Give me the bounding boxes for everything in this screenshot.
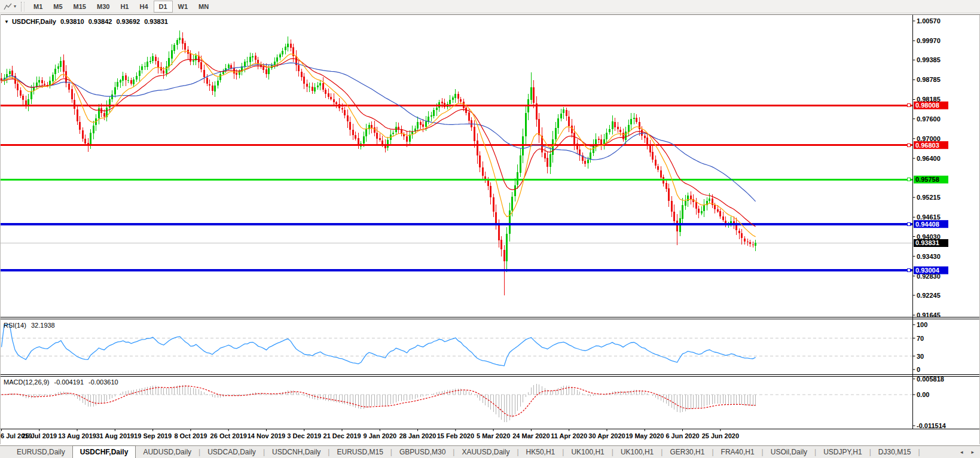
tab-gbpusd-m30[interactable]: GBPUSD,M30	[392, 446, 453, 458]
svg-text:13 Aug 2019: 13 Aug 2019	[58, 432, 96, 439]
tab-usdcad-daily[interactable]: USDCAD,Daily	[200, 446, 263, 458]
svg-text:0.99970: 0.99970	[917, 37, 941, 44]
macd-indicator-label: MACD(12,26,9) -0.004191 -0.003610	[4, 378, 121, 386]
tab-uk100-h1[interactable]: UK100,H1	[564, 446, 611, 458]
svg-text:6 Jun 2020: 6 Jun 2020	[665, 432, 699, 439]
svg-text:25 Jun 2020: 25 Jun 2020	[702, 432, 739, 439]
tab-usoil-daily[interactable]: USOil,Daily	[764, 446, 814, 458]
timeframe-button-h4[interactable]: H4	[134, 1, 153, 13]
timeframe-button-w1[interactable]: W1	[173, 1, 194, 13]
chart-window: 1.005700.999700.993850.987850.981850.976…	[0, 14, 980, 445]
svg-text:0: 0	[917, 366, 920, 373]
svg-text:28 Jan 2020: 28 Jan 2020	[399, 432, 436, 439]
svg-text:0.95215: 0.95215	[917, 194, 941, 201]
svg-text:21 Dec 2019: 21 Dec 2019	[323, 432, 361, 439]
ohlc-open: 0.93810	[60, 18, 84, 25]
svg-text:26 Oct 2019: 26 Oct 2019	[210, 432, 247, 439]
svg-text:0.005818: 0.005818	[917, 375, 944, 383]
svg-text:14 Nov 2019: 14 Nov 2019	[248, 432, 286, 439]
timeframe-button-h1[interactable]: H1	[115, 1, 134, 13]
ohlc-high: 0.93842	[88, 18, 112, 25]
svg-text:0.94408: 0.94408	[915, 221, 939, 228]
svg-text:0.98785: 0.98785	[917, 76, 941, 83]
tab-xauusd-daily[interactable]: XAUUSD,Daily	[454, 446, 517, 458]
tab-fra40-h1[interactable]: FRA40,H1	[714, 446, 762, 458]
tab-divider: |	[918, 446, 920, 458]
svg-text:70: 70	[917, 335, 924, 342]
tab-hk50-h1[interactable]: HK50,H1	[519, 446, 563, 458]
svg-text:24 Mar 2020: 24 Mar 2020	[512, 432, 549, 439]
level-handle[interactable]	[907, 104, 910, 107]
svg-text:0.97600: 0.97600	[917, 115, 941, 123]
symbol-period-label: USDCHF,Daily	[12, 18, 56, 25]
timeframe-button-m15[interactable]: M15	[68, 1, 91, 13]
svg-text:30: 30	[917, 353, 924, 360]
svg-text:0.96803: 0.96803	[915, 142, 939, 149]
svg-text:31 Aug 2019: 31 Aug 2019	[96, 432, 134, 439]
svg-text:0.96400: 0.96400	[917, 155, 941, 162]
svg-text:100: 100	[917, 321, 927, 328]
tab-uk100-h1[interactable]: UK100,H1	[613, 446, 661, 458]
chart-title: ▼ USDCHF,Daily 0.93810 0.93842 0.93692 0…	[4, 18, 172, 25]
timeframe-button-m5[interactable]: M5	[48, 1, 68, 13]
tab-usdcnh-daily[interactable]: USDCNH,Daily	[265, 446, 328, 458]
svg-text:-0.011514: -0.011514	[917, 422, 947, 429]
svg-text:5 Mar 2020: 5 Mar 2020	[477, 432, 510, 439]
level-handle[interactable]	[907, 222, 910, 225]
timeframe-button-mn[interactable]: MN	[193, 1, 214, 13]
timeframe-button-d1[interactable]: D1	[154, 1, 173, 13]
svg-text:11 Apr 2020: 11 Apr 2020	[551, 432, 587, 439]
tab-audusd-daily[interactable]: AUDUSD,Daily	[136, 446, 199, 458]
collapse-triangle-icon[interactable]: ▼	[4, 19, 9, 25]
svg-text:8 Oct 2019: 8 Oct 2019	[174, 432, 207, 439]
level-handle[interactable]	[907, 143, 910, 146]
svg-text:9 Jan 2020: 9 Jan 2020	[363, 432, 396, 439]
svg-text:0.95758: 0.95758	[915, 176, 939, 183]
svg-text:0.93430: 0.93430	[917, 253, 941, 260]
rsi-indicator-label: RSI(14) 32.1938	[4, 322, 58, 329]
svg-text:0.92245: 0.92245	[917, 292, 941, 299]
line-chart-icon	[4, 2, 13, 11]
timeframe-button-m1[interactable]: M1	[28, 1, 48, 13]
macd-name: MACD(12,26,9)	[4, 378, 49, 386]
macd-signal-value: -0.003610	[88, 378, 118, 386]
tab-dj30-m15[interactable]: DJ30,M15	[871, 446, 918, 458]
svg-text:0.93831: 0.93831	[915, 239, 939, 246]
svg-text:0.98008: 0.98008	[915, 102, 939, 109]
tab-ger30-h1[interactable]: GER30,H1	[663, 446, 712, 458]
ohlc-close: 0.93831	[144, 18, 168, 25]
tab-usdchf-daily[interactable]: USDCHF,Daily	[72, 445, 136, 458]
svg-text:0.93004: 0.93004	[915, 267, 940, 274]
chart-tab-bar: EURUSD,DailyUSDCHF,DailyAUDUSD,Daily|USD…	[0, 445, 980, 458]
svg-text:30 Apr 2020: 30 Apr 2020	[588, 432, 625, 439]
tab-eurusd-m15[interactable]: EURUSD,M15	[329, 446, 390, 458]
svg-text:0.99385: 0.99385	[917, 56, 941, 63]
macd-main-value: -0.004191	[54, 378, 84, 386]
svg-text:0.94615: 0.94615	[917, 213, 941, 221]
level-handle[interactable]	[907, 178, 910, 181]
ohlc-low: 0.93692	[116, 18, 140, 25]
svg-text:0.00: 0.00	[917, 391, 929, 398]
toolbar-grip[interactable]	[21, 2, 25, 11]
svg-text:25 Jul 2019: 25 Jul 2019	[22, 432, 57, 439]
svg-text:1.00570: 1.00570	[917, 17, 941, 25]
rsi-name: RSI(14)	[4, 322, 26, 329]
tab-usdjpy-h1[interactable]: USDJPY,H1	[816, 446, 869, 458]
tab-scroll-right-icon[interactable]: ▸	[971, 449, 974, 455]
timeframe-button-m30[interactable]: M30	[91, 1, 115, 13]
chart-tool-button[interactable]: ▾	[2, 2, 18, 11]
svg-text:19 Sep 2019: 19 Sep 2019	[134, 432, 172, 439]
svg-text:0.91645: 0.91645	[917, 312, 941, 319]
chevron-down-icon[interactable]: ▾	[14, 4, 16, 9]
tab-scroll-left-icon[interactable]: ◂	[960, 449, 963, 455]
tab-bar-lead-space	[0, 446, 10, 458]
svg-text:19 May 2020: 19 May 2020	[625, 432, 664, 439]
rsi-value: 32.1938	[31, 322, 55, 329]
level-handle[interactable]	[907, 269, 910, 272]
tab-eurusd-daily[interactable]: EURUSD,Daily	[10, 446, 72, 458]
timeframe-toolbar: ▾ M1M5M15M30H1H4D1W1MN	[0, 0, 980, 13]
svg-text:15 Feb 2020: 15 Feb 2020	[437, 432, 474, 439]
svg-text:3 Dec 2019: 3 Dec 2019	[287, 432, 321, 439]
